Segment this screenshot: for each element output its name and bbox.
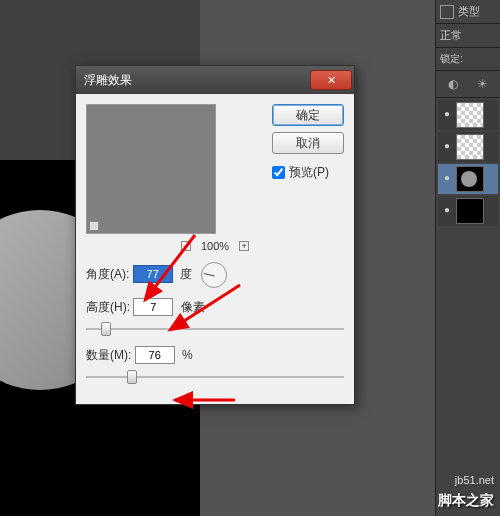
- amount-unit: %: [182, 348, 193, 362]
- kind-filter[interactable]: 类型: [436, 0, 500, 24]
- amount-slider[interactable]: [86, 370, 344, 384]
- height-label: 高度(H):: [86, 299, 130, 316]
- layer-thumb: [456, 102, 484, 128]
- visibility-icon[interactable]: ●: [440, 204, 454, 218]
- right-panels: 类型 正常 锁定: ◐ ☀ ● ● ● ●: [435, 0, 500, 516]
- height-param: 高度(H): 像素: [86, 298, 344, 336]
- close-button[interactable]: ✕: [310, 70, 352, 90]
- height-unit: 像素: [181, 300, 205, 314]
- adjust-icon[interactable]: ◐: [448, 77, 458, 91]
- visibility-icon[interactable]: ●: [440, 108, 454, 122]
- dialog-body: 确定 取消 预览(P) - 100% + 角度(A): 度 高度(H): 像素: [76, 94, 354, 404]
- layer-thumb: [456, 134, 484, 160]
- kind-label: 类型: [458, 4, 480, 19]
- lock-row: 锁定:: [436, 48, 500, 71]
- layer-thumb: [456, 198, 484, 224]
- angle-unit: 度: [180, 267, 192, 281]
- blend-mode-dropdown[interactable]: 正常: [436, 24, 500, 48]
- slider-track: [86, 328, 344, 330]
- visibility-icon[interactable]: ●: [440, 172, 454, 186]
- amount-label: 数量(M):: [86, 347, 131, 364]
- layer-thumb: [456, 166, 484, 192]
- amount-input[interactable]: [135, 346, 175, 364]
- zoom-out-button[interactable]: -: [181, 241, 191, 251]
- dialog-title: 浮雕效果: [84, 72, 132, 89]
- angle-input[interactable]: [133, 265, 173, 283]
- visibility-icon[interactable]: ●: [440, 140, 454, 154]
- ok-button[interactable]: 确定: [272, 104, 344, 126]
- preview-box[interactable]: [86, 104, 216, 234]
- angle-label: 角度(A):: [86, 266, 129, 283]
- preview-checkbox-row[interactable]: 预览(P): [272, 164, 344, 181]
- zoom-in-button[interactable]: +: [239, 241, 249, 251]
- brightness-icon[interactable]: ☀: [477, 77, 488, 91]
- slider-thumb[interactable]: [127, 370, 137, 384]
- emboss-dialog: 浮雕效果 ✕ 确定 取消 预览(P) - 100% + 角度(A):: [75, 65, 355, 405]
- resize-corner-icon: [89, 221, 99, 231]
- watermark-text: 脚本之家: [438, 492, 494, 510]
- layer-row[interactable]: ●: [438, 196, 498, 226]
- angle-wheel[interactable]: [201, 262, 227, 288]
- lock-label: 锁定:: [440, 53, 463, 64]
- layer-row[interactable]: ●: [438, 164, 498, 194]
- preview-checkbox-label: 预览(P): [289, 164, 329, 181]
- layers-panel: ● ● ● ●: [436, 98, 500, 230]
- layer-row[interactable]: ●: [438, 100, 498, 130]
- angle-param: 角度(A): 度: [86, 262, 344, 288]
- preview-checkbox[interactable]: [272, 166, 285, 179]
- cancel-button[interactable]: 取消: [272, 132, 344, 154]
- blend-mode-value: 正常: [440, 29, 462, 41]
- amount-param: 数量(M): %: [86, 346, 344, 384]
- filter-icon: [440, 5, 454, 19]
- zoom-value: 100%: [201, 240, 229, 252]
- panel-icon-row: ◐ ☀: [436, 71, 500, 98]
- watermark-url: jb51.net: [455, 474, 494, 486]
- zoom-row: - 100% +: [86, 240, 344, 252]
- dialog-titlebar[interactable]: 浮雕效果 ✕: [76, 66, 354, 94]
- slider-thumb[interactable]: [101, 322, 111, 336]
- height-slider[interactable]: [86, 322, 344, 336]
- layer-row[interactable]: ●: [438, 132, 498, 162]
- slider-track: [86, 376, 344, 378]
- height-input[interactable]: [133, 298, 173, 316]
